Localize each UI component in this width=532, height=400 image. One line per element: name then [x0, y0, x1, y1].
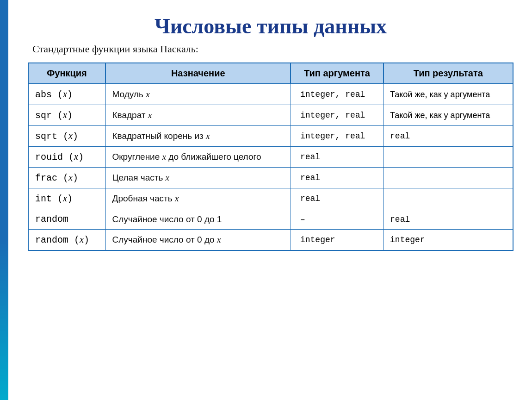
cell-arg-type: integer, real — [291, 126, 383, 147]
table-row: randomСлучайное число от 0 до 1–real — [28, 209, 513, 230]
cell-desc: Модуль x — [105, 84, 291, 105]
table-row: sqrt (x)Квадратный корень из xinteger, r… — [28, 126, 513, 147]
cell-desc: Целая часть x — [105, 168, 291, 188]
table-row: int (x)Дробная часть xreal — [28, 188, 513, 209]
table-row: sqr (x)Квадрат xinteger, realТакой же, к… — [28, 105, 513, 126]
cell-func: rouid (x) — [28, 147, 105, 168]
cell-func: sqrt (x) — [28, 126, 105, 147]
cell-arg-type: real — [291, 147, 383, 168]
cell-result: Такой же, как у аргумента — [384, 84, 513, 105]
table-row: abs (x)Модуль xinteger, realТакой же, ка… — [28, 84, 513, 105]
cell-desc: Квадрат x — [105, 105, 291, 126]
cell-func: int (x) — [28, 188, 105, 209]
cell-result: real — [384, 209, 513, 230]
cell-func: sqr (x) — [28, 105, 105, 126]
cell-arg-type: – — [291, 209, 383, 230]
left-bar — [0, 0, 8, 400]
cell-desc: Дробная часть x — [105, 188, 291, 209]
cell-func: abs (x) — [28, 84, 105, 105]
header-arg: Тип аргумента — [291, 63, 383, 84]
cell-arg-type: real — [291, 168, 383, 188]
header-func: Функция — [28, 63, 105, 84]
cell-result: Такой же, как у аргумента — [384, 105, 513, 126]
table-row: random (x)Случайное число от 0 до xinteg… — [28, 230, 513, 251]
cell-arg-type: real — [291, 188, 383, 209]
cell-arg-type: integer, real — [291, 105, 383, 126]
cell-func: random — [28, 209, 105, 230]
cell-result: real — [384, 126, 513, 147]
cell-func: random (x) — [28, 230, 105, 251]
table-row: frac (x)Целая часть xreal — [28, 168, 513, 188]
cell-desc: Случайное число от 0 до x — [105, 230, 291, 251]
page-title: Числовые типы данных — [28, 14, 513, 38]
cell-desc: Округление x до ближайшего целого — [105, 147, 291, 168]
table-header-row: Функция Назначение Тип аргумента Тип рез… — [28, 63, 513, 84]
cell-result: integer — [384, 230, 513, 251]
cell-arg-type: integer, real — [291, 84, 383, 105]
subtitle: Стандартные функции языка Паскаль: — [32, 43, 518, 55]
header-desc: Назначение — [105, 63, 291, 84]
cell-result — [384, 168, 513, 188]
cell-func: frac (x) — [28, 168, 105, 188]
functions-table: Функция Назначение Тип аргумента Тип рез… — [28, 62, 513, 251]
cell-desc: Случайное число от 0 до 1 — [105, 209, 291, 230]
cell-desc: Квадратный корень из x — [105, 126, 291, 147]
cell-result — [384, 147, 513, 168]
cell-result — [384, 188, 513, 209]
cell-arg-type: integer — [291, 230, 383, 251]
table-row: rouid (x)Округление x до ближайшего цело… — [28, 147, 513, 168]
header-result: Тип результата — [384, 63, 513, 84]
